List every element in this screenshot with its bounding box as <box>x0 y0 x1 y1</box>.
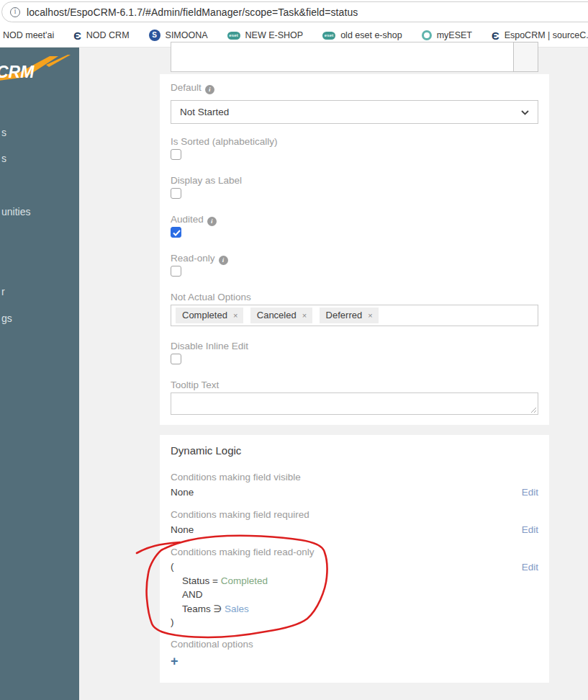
condition-line: Status = Completed <box>182 575 268 586</box>
disable-inline-edit-label: Disable Inline Edit <box>171 341 248 351</box>
bookmark-item[interactable]: Є NOD CRM <box>73 30 129 41</box>
option-item-input[interactable] <box>171 42 514 72</box>
edit-visible-conditions-link[interactable]: Edit <box>495 487 538 498</box>
conditions-visible-label: Conditions making field visible <box>171 472 301 483</box>
condition-line: Teams ∋ Sales <box>182 603 249 614</box>
sidebar-item[interactable]: s <box>1 153 6 164</box>
info-icon[interactable]: i <box>207 217 217 226</box>
option-remove-button[interactable] <box>513 42 538 72</box>
bookmark-item[interactable]: myESET <box>422 30 472 40</box>
remove-tag-icon[interactable]: × <box>233 311 238 320</box>
is-sorted-checkbox[interactable] <box>171 149 181 160</box>
sidebar-item[interactable]: s <box>1 127 6 138</box>
default-label: Defaulti <box>171 82 214 94</box>
bookmark-item[interactable]: S SIMOONA <box>149 30 208 41</box>
bookmark-label: NOD meet'ai <box>3 30 54 40</box>
bookmark-label: old eset e-shop <box>340 30 402 40</box>
url-text: localhost/EspoCRM-6.1.7/#Admin/fieldMana… <box>27 6 358 18</box>
bookmark-label: NOD CRM <box>86 30 130 40</box>
tooltip-text-label: Tooltip Text <box>171 380 219 390</box>
bookmark-label: EspoCRM | sourceC... <box>505 30 588 40</box>
default-select-value: Not Started <box>180 107 229 117</box>
dynamic-logic-title: Dynamic Logic <box>171 444 241 457</box>
condition-value-completed: Completed <box>221 575 268 586</box>
is-sorted-label: Is Sorted (alphabetically) <box>171 136 278 147</box>
myeset-ring-icon <box>422 30 432 40</box>
espocrm-logo-icon: Є <box>73 30 81 41</box>
conditions-required-label: Conditions making field required <box>171 509 309 520</box>
bookmark-label: SIMOONA <box>166 30 208 40</box>
check-icon <box>173 230 181 236</box>
conditions-visible-value: None <box>171 487 194 498</box>
read-only-label: Read-onlyi <box>171 253 228 265</box>
condition-value-sales: Sales <box>225 603 249 614</box>
default-select[interactable]: Not Started <box>171 100 538 124</box>
bookmark-item[interactable]: Є EspoCRM | sourceC... <box>492 30 588 41</box>
readonly-close-paren: ) <box>171 616 174 627</box>
not-actual-options-label: Not Actual Options <box>171 292 251 302</box>
resize-handle-icon[interactable] <box>530 406 537 413</box>
conditions-required-value: None <box>171 524 194 535</box>
page-info-icon[interactable]: i <box>10 7 20 17</box>
display-as-label-checkbox[interactable] <box>171 188 181 199</box>
browser-url-bar: i localhost/EspoCRM-6.1.7/#Admin/fieldMa… <box>0 0 588 24</box>
svg-text:CRM: CRM <box>0 63 35 81</box>
conditional-options-label: Conditional options <box>171 639 253 650</box>
remove-tag-icon[interactable]: × <box>368 311 372 320</box>
page-background: CRM s s unities r gs Defaulti Not Starte… <box>0 48 588 700</box>
conditions-readonly-label: Conditions making field read-only <box>171 547 315 557</box>
sidebar-nav: CRM s s unities r gs <box>0 48 79 700</box>
field-settings-panel <box>160 74 549 425</box>
remove-tag-icon[interactable]: × <box>302 311 307 320</box>
bookmark-label: NEW E-SHOP <box>245 30 304 40</box>
simoona-icon: S <box>149 30 160 41</box>
eset-badge-icon: eset <box>322 32 335 40</box>
bookmark-item[interactable]: NOD meet'ai <box>3 30 54 40</box>
sidebar-item[interactable]: unities <box>1 206 30 217</box>
tag: Deferred× <box>320 308 379 323</box>
read-only-checkbox[interactable] <box>171 266 181 277</box>
readonly-open-paren: ( <box>171 561 174 572</box>
disable-inline-edit-checkbox[interactable] <box>171 354 181 364</box>
condition-conjunction: AND <box>182 589 203 600</box>
audited-checkbox[interactable] <box>171 227 181 238</box>
tag: Canceled× <box>250 308 312 323</box>
tag: Completed× <box>176 308 243 323</box>
add-conditional-options-button[interactable]: + <box>171 655 178 668</box>
bookmark-item[interactable]: eset old eset e-shop <box>322 30 402 40</box>
espocrm-logo: CRM <box>0 55 78 85</box>
tooltip-text-input[interactable] <box>171 392 538 415</box>
bookmark-item[interactable]: eset NEW E-SHOP <box>227 30 304 40</box>
info-icon[interactable]: i <box>219 256 228 265</box>
espocrm-logo-icon: Є <box>492 30 499 41</box>
display-as-label-label: Display as Label <box>171 175 242 186</box>
address-bar[interactable]: i localhost/EspoCRM-6.1.7/#Admin/fieldMa… <box>1 1 588 22</box>
edit-readonly-conditions-link[interactable]: Edit <box>495 562 538 573</box>
audited-label: Auditedi <box>171 214 217 226</box>
eset-badge-icon: eset <box>227 32 240 40</box>
chevron-down-icon <box>521 110 529 115</box>
bookmark-label: myESET <box>437 30 472 40</box>
sidebar-item[interactable]: gs <box>1 313 12 324</box>
not-actual-options-input[interactable]: Completed× Canceled× Deferred× <box>171 305 538 326</box>
sidebar-item[interactable]: r <box>1 286 5 297</box>
edit-required-conditions-link[interactable]: Edit <box>495 524 538 535</box>
info-icon[interactable]: i <box>205 85 214 94</box>
